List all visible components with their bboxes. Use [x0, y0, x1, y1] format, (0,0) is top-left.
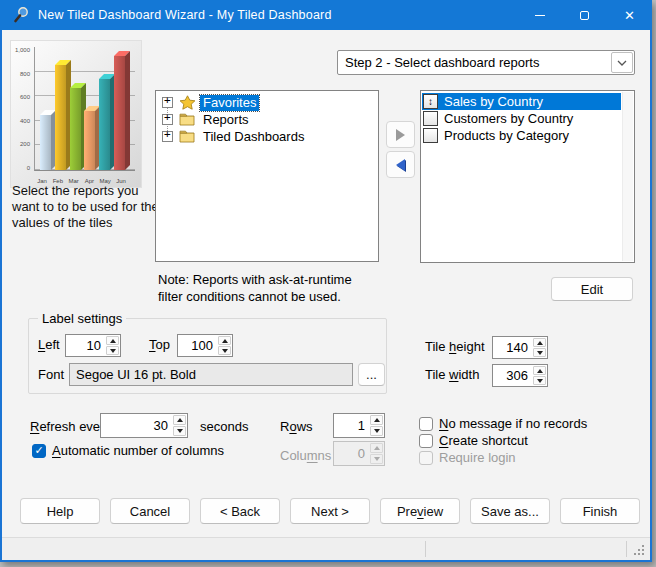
list-scrollbar[interactable] — [622, 92, 633, 261]
cancel-button[interactable]: Cancel — [110, 498, 190, 524]
left-label: Left — [38, 337, 60, 352]
rows-spinner[interactable]: 1 — [333, 413, 385, 438]
expand-plus-icon[interactable] — [162, 97, 173, 108]
require-login-label: Require login — [439, 450, 516, 465]
tree-item-reports[interactable]: Reports — [156, 111, 378, 128]
list-item-customers-by-country[interactable]: Customers by Country — [422, 110, 621, 127]
finish-button[interactable]: Finish — [560, 498, 640, 524]
up-arrow-icon — [537, 341, 543, 345]
runtime-filter-note: Note: Reports with ask-at-runtime filter… — [158, 271, 352, 305]
checkbox-disabled-icon — [419, 451, 433, 465]
save-as-button[interactable]: Save as... — [470, 498, 550, 524]
top-label: Top — [149, 337, 170, 352]
help-button[interactable]: Help — [20, 498, 100, 524]
automatic-columns-label: Automatic number of columns — [52, 443, 224, 458]
up-arrow-icon — [374, 446, 380, 450]
list-item-sales-by-country[interactable]: ↕ Sales by Country — [422, 93, 621, 110]
chevron-down-icon — [611, 52, 633, 73]
left-arrow-icon — [396, 159, 405, 171]
preview-button[interactable]: Preview — [380, 498, 460, 524]
remove-report-button[interactable] — [386, 151, 415, 178]
report-tree[interactable]: Favorites Reports Tiled Dashboards — [155, 90, 379, 262]
create-shortcut-label: Create shortcut — [439, 433, 528, 448]
spin-up-button[interactable] — [106, 336, 119, 345]
spin-down-button — [370, 454, 383, 464]
spin-up-button[interactable] — [218, 336, 231, 345]
checkbox-icon[interactable] — [419, 417, 433, 431]
columns-label: Columns — [280, 448, 331, 463]
down-arrow-icon — [537, 351, 543, 355]
font-label: Font — [38, 367, 64, 382]
down-arrow-icon — [537, 379, 543, 383]
font-browse-button[interactable]: ... — [358, 363, 385, 386]
group-legend: Label settings — [38, 311, 126, 326]
reorder-placeholder-box — [423, 128, 438, 143]
up-arrow-icon — [374, 418, 380, 422]
left-spinner[interactable]: 10 — [65, 334, 121, 357]
right-arrow-icon — [396, 129, 405, 141]
wizard-caption: Select the reports you want to to be use… — [12, 183, 160, 231]
tree-item-tiled-dashboards[interactable]: Tiled Dashboards — [156, 128, 378, 145]
step-selector-value: Step 2 - Select dashboard reports — [338, 55, 611, 70]
refresh-spinner[interactable]: 30 — [100, 413, 188, 438]
checkbox-checked-icon[interactable] — [32, 444, 46, 458]
font-field[interactable]: Segoe UI 16 pt. Bold — [69, 363, 353, 386]
list-item-label: Products by Category — [444, 128, 569, 143]
list-item-products-by-category[interactable]: Products by Category — [422, 127, 621, 144]
spin-down-button[interactable] — [106, 346, 119, 355]
edit-button[interactable]: Edit — [551, 277, 633, 301]
maximize-icon — [580, 11, 589, 20]
down-arrow-icon — [110, 349, 116, 353]
down-arrow-icon — [374, 429, 380, 433]
tree-item-label: Tiled Dashboards — [200, 129, 307, 145]
up-arrow-icon — [222, 339, 228, 343]
create-shortcut-checkbox-row[interactable]: Create shortcut — [419, 433, 528, 448]
spin-up-button[interactable] — [533, 338, 546, 347]
expand-plus-icon[interactable] — [162, 114, 173, 125]
spin-down-button[interactable] — [370, 426, 383, 436]
close-icon: ✕ — [624, 9, 635, 22]
list-item-label: Sales by Country — [444, 94, 543, 109]
step-selector-dropdown[interactable]: Step 2 - Select dashboard reports — [337, 50, 635, 75]
expand-plus-icon[interactable] — [162, 131, 173, 142]
tile-width-label: Tile width — [425, 367, 479, 382]
tree-item-favorites[interactable]: Favorites — [156, 94, 378, 111]
columns-spinner: 0 — [333, 441, 385, 466]
spin-up-button[interactable] — [533, 366, 546, 375]
tile-height-spinner[interactable]: 140 — [492, 336, 548, 359]
status-bar — [2, 537, 650, 560]
no-message-checkbox-row[interactable]: No message if no records — [419, 416, 587, 431]
reorder-updown-icon[interactable]: ↕ — [423, 94, 438, 109]
down-arrow-icon — [374, 457, 380, 461]
wizard-chart-image: 1,0008006004002000 JanFebMarAprMayJun — [10, 40, 142, 188]
spin-up-button[interactable] — [370, 415, 383, 425]
next-button[interactable]: Next > — [290, 498, 370, 524]
star-icon — [179, 95, 196, 110]
back-button[interactable]: < Back — [200, 498, 280, 524]
list-item-label: Customers by Country — [444, 111, 573, 126]
tree-item-label: Reports — [200, 112, 252, 128]
chart-plot — [34, 47, 135, 171]
spin-down-button[interactable] — [173, 426, 186, 436]
top-spinner[interactable]: 100 — [177, 334, 233, 357]
minimize-icon — [535, 15, 545, 16]
wizard-dialog: New Tiled Dashboard Wizard - My Tiled Da… — [0, 0, 652, 562]
spin-up-button[interactable] — [173, 415, 186, 425]
checkbox-icon[interactable] — [419, 434, 433, 448]
minimize-button[interactable] — [517, 0, 562, 30]
up-arrow-icon — [537, 369, 543, 373]
tile-width-spinner[interactable]: 306 — [492, 364, 548, 387]
window-title: New Tiled Dashboard Wizard - My Tiled Da… — [38, 8, 332, 22]
tile-height-label: Tile height — [425, 339, 485, 354]
automatic-columns-checkbox-row[interactable]: Automatic number of columns — [32, 443, 224, 458]
close-button[interactable]: ✕ — [607, 0, 652, 30]
resize-grip[interactable] — [634, 545, 636, 547]
maximize-button[interactable] — [562, 0, 607, 30]
spin-down-button[interactable] — [218, 346, 231, 355]
spin-down-button[interactable] — [533, 348, 546, 357]
down-arrow-icon — [222, 349, 228, 353]
tree-item-label: Favorites — [200, 95, 259, 111]
spin-down-button[interactable] — [533, 376, 546, 385]
selected-reports-list[interactable]: ↕ Sales by Country Customers by Country … — [420, 90, 635, 263]
add-report-button[interactable] — [386, 121, 415, 148]
